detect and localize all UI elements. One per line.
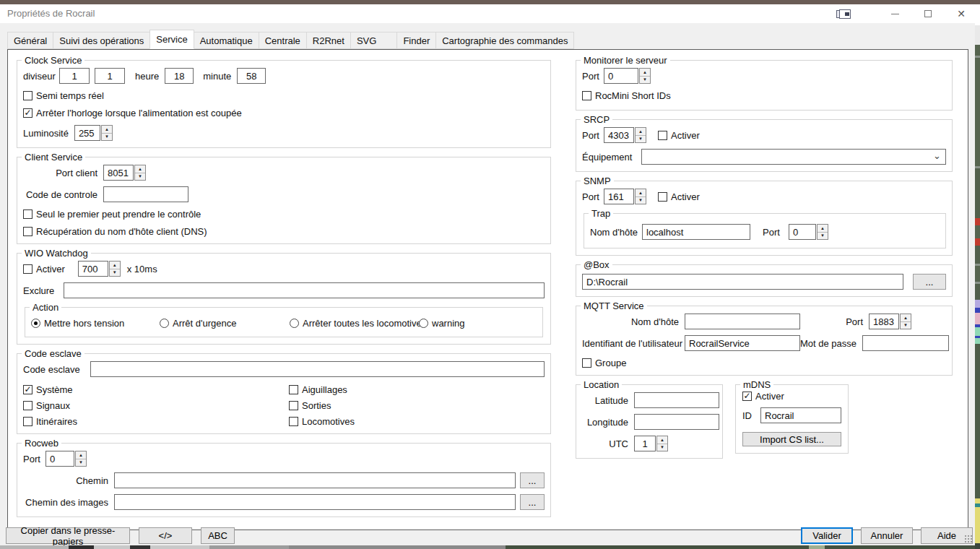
tab-automatique[interactable]: Automatique (194, 32, 259, 49)
spin-down-icon[interactable] (110, 269, 120, 277)
tab-svg[interactable]: SVG (350, 32, 397, 49)
minimize-button[interactable] (884, 4, 906, 23)
atbox-browse-button[interactable]: ... (913, 274, 946, 290)
rocweb-images-browse-button[interactable]: ... (520, 494, 545, 510)
slave-systeme-option[interactable]: Système (23, 384, 289, 395)
client-port-input[interactable] (103, 165, 134, 181)
rocweb-port-input[interactable] (45, 451, 74, 467)
semi-realtime-checkbox[interactable] (23, 91, 32, 100)
slave-aiguillages-option[interactable]: Aiguillages (289, 384, 545, 395)
action-power-off-radio[interactable] (31, 319, 40, 328)
tab-general[interactable]: Général (7, 32, 53, 49)
mqtt-host-input[interactable] (685, 314, 800, 329)
tab-service[interactable]: Service (149, 30, 194, 49)
trap-host-input[interactable] (642, 224, 750, 240)
ok-button[interactable]: Valider (801, 527, 853, 544)
resize-grip[interactable] (964, 535, 974, 543)
spin-down-icon[interactable] (636, 135, 646, 143)
action-emergency-stop-option[interactable]: Arrêt d'urgence (160, 318, 290, 329)
spin-up-icon[interactable] (818, 225, 828, 232)
close-button[interactable]: ✕ (950, 4, 972, 23)
srcp-device-combobox[interactable]: ⌄ (641, 149, 946, 165)
tab-suivi-des-operations[interactable]: Suivi des opérations (53, 32, 150, 49)
srcp-enable-option[interactable]: Activer (658, 130, 700, 141)
slave-code-input[interactable] (90, 361, 545, 377)
xml-code-button[interactable]: </> (139, 527, 192, 544)
mdns-enable-option[interactable]: Activer (742, 391, 841, 402)
mqtt-password-input[interactable] (862, 335, 949, 351)
slave-signaux-option[interactable]: Signaux (23, 400, 289, 411)
slave-locomotives-checkbox[interactable] (289, 417, 298, 426)
spin-down-icon[interactable] (102, 133, 112, 141)
slave-aiguillages-checkbox[interactable] (289, 385, 298, 394)
exclude-input[interactable] (64, 282, 545, 298)
mqtt-group-checkbox[interactable] (582, 358, 591, 368)
snmp-port-input[interactable] (604, 189, 634, 204)
dns-option[interactable]: Récupération du nom d'hôte client (DNS) (23, 226, 545, 237)
minute-input[interactable] (237, 68, 266, 84)
spin-down-icon[interactable] (901, 321, 911, 329)
spin-up-icon[interactable] (135, 165, 145, 173)
spin-up-icon[interactable] (657, 436, 667, 444)
srcp-port-input[interactable] (604, 127, 634, 143)
control-code-input[interactable] (103, 186, 188, 202)
watchdog-enable-option[interactable]: Activer (23, 264, 65, 274)
action-emergency-stop-radio[interactable] (160, 319, 169, 328)
action-stop-locos-radio[interactable] (290, 319, 299, 328)
action-warning-option[interactable]: warning (419, 318, 465, 329)
srcp-enable-checkbox[interactable] (658, 131, 667, 140)
slave-sorties-option[interactable]: Sorties (289, 400, 545, 411)
dns-checkbox[interactable] (23, 227, 32, 236)
stop-clock-option[interactable]: Arrêter l'horloge lorsque l'alimentation… (23, 108, 545, 118)
abc-button[interactable]: ABC (201, 527, 235, 544)
atbox-path-input[interactable] (582, 274, 903, 290)
stop-clock-checkbox[interactable] (23, 108, 32, 118)
divider-a-input[interactable] (59, 68, 90, 84)
tab-cartographie-des-commandes[interactable]: Cartographie des commandes (435, 32, 574, 49)
snmp-enable-checkbox[interactable] (658, 192, 667, 202)
action-warning-radio[interactable] (419, 319, 428, 328)
import-cs-list-button[interactable]: Import CS list... (742, 432, 841, 446)
latitude-input[interactable] (634, 392, 719, 408)
spin-up-icon[interactable] (76, 451, 86, 459)
mqtt-group-option[interactable]: Groupe (582, 358, 946, 368)
display-icon[interactable] (836, 9, 854, 19)
brightness-input[interactable] (74, 125, 100, 141)
maximize-button[interactable] (917, 4, 939, 23)
spin-up-icon[interactable] (636, 128, 646, 135)
trap-port-input[interactable] (789, 224, 816, 240)
spin-up-icon[interactable] (640, 69, 650, 76)
slave-signaux-checkbox[interactable] (23, 401, 32, 410)
mdns-id-input[interactable] (760, 407, 841, 423)
slave-itineraires-option[interactable]: Itinéraires (23, 416, 289, 427)
cancel-button[interactable]: Annuler (861, 527, 913, 544)
rocweb-images-path-input[interactable] (114, 494, 516, 510)
spin-down-icon[interactable] (76, 459, 86, 467)
semi-realtime-option[interactable]: Semi temps réel (23, 90, 545, 101)
slave-systeme-checkbox[interactable] (23, 385, 32, 394)
action-stop-locos-option[interactable]: Arrêter toutes les locomotives (290, 318, 419, 329)
tab-finder[interactable]: Finder (396, 32, 436, 49)
spin-up-icon[interactable] (110, 261, 120, 269)
slave-locomotives-option[interactable]: Locomotives (289, 416, 545, 427)
spin-up-icon[interactable] (901, 314, 911, 321)
rocmini-checkbox[interactable] (582, 91, 591, 100)
monitor-port-input[interactable] (604, 68, 638, 84)
mdns-enable-checkbox[interactable] (742, 392, 752, 401)
rocweb-path-input[interactable] (114, 472, 516, 488)
mqtt-port-input[interactable] (869, 314, 899, 329)
snmp-enable-option[interactable]: Activer (658, 191, 700, 202)
watchdog-interval-input[interactable] (78, 261, 108, 277)
rocmini-option[interactable]: RocMini Short IDs (582, 90, 946, 101)
action-power-off-option[interactable]: Mettre hors tension (31, 318, 160, 329)
watchdog-enable-checkbox[interactable] (23, 264, 32, 274)
spin-down-icon[interactable] (657, 444, 667, 451)
utc-input[interactable] (634, 436, 656, 451)
rocweb-path-browse-button[interactable]: ... (520, 472, 545, 488)
copy-to-clipboard-button[interactable]: Copier dans le presse-papiers (6, 527, 130, 544)
spin-down-icon[interactable] (640, 76, 650, 84)
spin-up-icon[interactable] (102, 126, 112, 133)
tab-centrale[interactable]: Centrale (259, 32, 307, 49)
slave-itineraires-checkbox[interactable] (23, 417, 32, 426)
spin-up-icon[interactable] (636, 189, 646, 196)
